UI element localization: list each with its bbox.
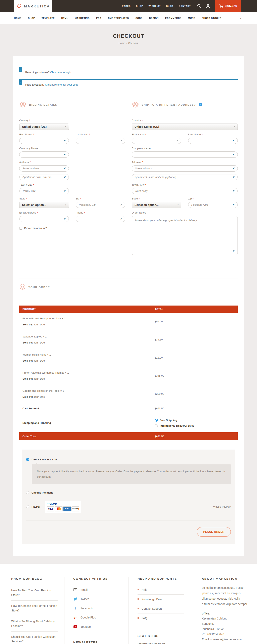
product-total: $18.00 <box>155 353 238 362</box>
shipping-last-name-input[interactable] <box>188 138 238 144</box>
user-icon[interactable] <box>206 4 210 8</box>
ship-different-checkbox[interactable] <box>199 103 202 106</box>
cart-button[interactable]: $653.50 <box>215 0 241 12</box>
product-column-header: PRODUCT <box>19 308 155 310</box>
menu-item-cms-templates[interactable]: CMS TEMPLATES <box>108 17 129 19</box>
shipping-apartment-input[interactable] <box>132 174 238 180</box>
shipping-option-free[interactable]: Free Shipping <box>155 418 238 422</box>
topnav-wishlist[interactable]: WISHLIST <box>148 5 161 7</box>
menu-item-template[interactable]: TEMPLATE <box>42 17 54 19</box>
topnav-shop[interactable]: SHOP <box>136 5 143 7</box>
shipping-option-international[interactable]: International Delivery: $5.90 <box>155 424 238 427</box>
shipping-option-label: Free Shipping <box>160 418 177 422</box>
pen-icon <box>120 139 123 142</box>
menu-item-marketing[interactable]: MARKETING <box>75 17 90 19</box>
shipping-label: Shipping and Handling <box>19 422 155 424</box>
topnav-pages[interactable]: PAGES <box>122 5 131 7</box>
payment-method-label: PayPal <box>32 505 40 508</box>
shipping-country-select[interactable]: United States (US) <box>132 124 238 130</box>
billing-company-input[interactable] <box>19 152 69 158</box>
menu-item-code[interactable]: CODE <box>136 17 142 19</box>
billing-town-label: Town / City <box>19 183 69 186</box>
billing-street-input[interactable] <box>19 165 69 172</box>
order-notes-textarea[interactable] <box>132 216 238 255</box>
shipping-address-label: Address <box>132 161 238 164</box>
list-item[interactable]: Should You Use Fashion Consultant Servic… <box>11 632 58 644</box>
menu-item-design[interactable]: DESIGN <box>149 17 158 19</box>
social-link-twitter[interactable]: Twitter <box>73 594 120 604</box>
what-is-paypal-link[interactable]: What is PayPal? <box>213 506 231 508</box>
table-row: iPhone 5s with Headphones Jack × 1 Sold … <box>19 313 238 331</box>
topnav-blog[interactable]: BLOG <box>166 5 173 7</box>
knowledge-base-link[interactable]: Knowladge Base <box>138 594 184 604</box>
newsletter-title: NEWSLETTER <box>73 640 120 644</box>
create-account-checkbox[interactable] <box>19 227 22 230</box>
list-item[interactable]: What is So Alluring About Celebrity Fash… <box>11 616 58 632</box>
breadcrumb-home[interactable]: Home <box>119 42 125 44</box>
billing-state-select[interactable]: Select an option... <box>19 202 69 208</box>
radio-unselected-icon[interactable] <box>26 505 29 508</box>
payment-method-cheque[interactable]: Cheque Payment <box>26 491 231 494</box>
list-item[interactable]: How To Choose The Perfect Fashion Store? <box>11 600 58 616</box>
login-link[interactable]: Click here to login <box>50 71 71 74</box>
menu-item-psd[interactable]: PSD <box>96 17 101 19</box>
mastercard-logo <box>55 506 63 512</box>
pen-icon <box>232 190 236 193</box>
search-icon[interactable] <box>197 4 202 8</box>
place-order-button[interactable]: PLACE ORDER <box>197 527 231 537</box>
menu-item-shop[interactable]: SHOP <box>28 17 35 19</box>
shipping-company-input[interactable] <box>132 152 238 158</box>
table-row: Women Hold iPhone × 1 Sold by:John Doe $… <box>19 349 238 367</box>
shipping-street-input[interactable] <box>132 165 238 172</box>
billing-phone-input[interactable] <box>76 216 125 222</box>
help-link[interactable]: Help <box>138 585 184 594</box>
menu-item-muse[interactable]: MUSE <box>188 17 195 19</box>
product-total: $200.00 <box>155 389 238 398</box>
billing-town-input[interactable] <box>19 188 69 194</box>
billing-last-name-input[interactable] <box>76 138 125 144</box>
menu-item-ecommerce[interactable]: ECOMMERCE <box>165 17 182 19</box>
social-link-facebook[interactable]: f Facebook <box>73 604 120 613</box>
billing-zip-input[interactable] <box>76 202 125 208</box>
shipping-state-select[interactable]: Select an option... <box>132 202 181 208</box>
social-link-email[interactable]: Email <box>73 585 120 594</box>
payment-method-bank[interactable]: Direct Bank Transfer <box>26 458 231 461</box>
billing-title: BILLING DETAILS <box>29 103 57 106</box>
payment-method-paypal[interactable]: PayPal PPayPal VISA AMEX DISCOVER What i… <box>26 500 231 513</box>
returning-customer-text: Returning customer? <box>25 71 50 74</box>
billing-country-select[interactable]: United States (US) <box>19 124 69 130</box>
faq-link[interactable]: FAQ <box>138 614 184 623</box>
billing-apartment-input[interactable] <box>19 174 69 180</box>
shipping-form: Country United States (US) First Name La <box>132 119 238 256</box>
radio-unselected-icon[interactable] <box>155 424 158 427</box>
list-item[interactable]: How To Start Your Own Fashion Store? <box>11 585 58 600</box>
order-table-header: PRODUCT TOTAL <box>19 306 238 313</box>
total-column-header: TOTAL <box>155 308 238 310</box>
shipping-town-input[interactable] <box>132 188 238 194</box>
radio-selected-icon[interactable] <box>155 418 158 422</box>
product-name: Women Hold iPhone × 1 <box>22 353 155 356</box>
social-link-youtube[interactable]: Youtube <box>73 622 120 631</box>
google-plus-icon: g+ <box>73 616 77 620</box>
topnav-contact[interactable]: CONTACT <box>179 5 191 7</box>
twitter-icon <box>73 597 77 601</box>
sold-by: Sold by:John Doe <box>22 359 155 362</box>
blog-column-title: FROM OUR BLOG <box>11 577 58 580</box>
shipping-first-name-input[interactable] <box>132 138 181 144</box>
billing-first-name-input[interactable] <box>19 138 69 144</box>
radio-selected-icon[interactable] <box>26 458 29 461</box>
billing-email-input[interactable] <box>19 216 69 222</box>
chevron-down-icon[interactable] <box>240 18 242 18</box>
menu-item-photo-stocks[interactable]: PHOTO STOCKS <box>202 17 222 19</box>
social-link-google-plus[interactable]: g+ Google Plus <box>73 613 120 622</box>
menu-item-home[interactable]: HOME <box>14 17 22 19</box>
menu-item-html[interactable]: HTML <box>61 17 68 19</box>
logo[interactable]: MARKETICA <box>14 0 52 13</box>
radio-unselected-icon[interactable] <box>26 491 29 494</box>
billing-country-value: United States (US) <box>22 125 46 128</box>
coupon-link[interactable]: Click here to enter your code <box>45 83 78 86</box>
order-notes-label: Order Notes <box>132 211 238 214</box>
product-name: Variant of Laptop × 1 <box>22 335 155 338</box>
shipping-zip-input[interactable] <box>188 202 238 208</box>
contact-support-link[interactable]: Contact Support <box>138 604 184 614</box>
